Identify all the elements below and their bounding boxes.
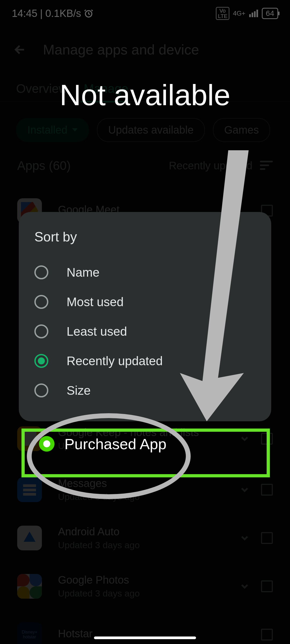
annotation-ellipse — [27, 413, 191, 499]
radio-label: Name — [67, 265, 100, 280]
svg-marker-1 — [180, 150, 249, 421]
annotation-purchased-label: Purchased App — [64, 435, 166, 453]
radio-label: Least used — [67, 324, 127, 339]
annotation-arrow-icon — [172, 150, 263, 422]
annotation-radio-icon — [39, 436, 55, 452]
annotation-headline: Not available — [60, 78, 230, 112]
radio-icon — [34, 383, 48, 397]
gesture-hint-bar — [94, 636, 196, 639]
radio-icon — [34, 324, 48, 338]
radio-icon — [34, 295, 48, 309]
radio-label: Most used — [67, 295, 124, 309]
radio-icon-selected — [34, 354, 48, 368]
radio-icon — [34, 265, 48, 279]
radio-label: Recently updated — [67, 354, 163, 368]
radio-label: Size — [67, 383, 90, 398]
